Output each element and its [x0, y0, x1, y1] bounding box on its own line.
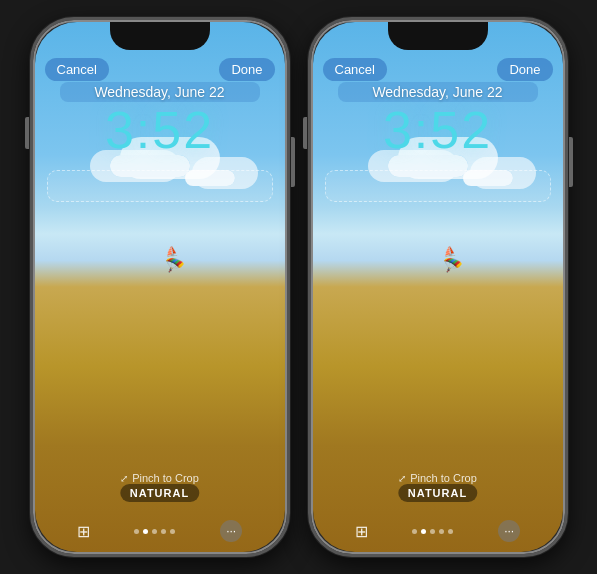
paraglider-left: 🪂	[165, 245, 185, 275]
wallpaper-right: 🪂	[313, 22, 563, 552]
lock-ui-right: Cancel Done Wednesday, June 22 3:52 ⤢ Pi…	[313, 22, 563, 552]
pinch-text-right: ⤢ Pinch to Crop	[398, 472, 477, 484]
cloud-left-1	[110, 155, 190, 177]
dot-right-5	[448, 529, 453, 534]
cloud-right-2	[463, 170, 513, 186]
bottom-bar-right: ⊞ ···	[313, 520, 563, 542]
bottom-bar-left: ⊞ ···	[35, 520, 285, 542]
more-button-right[interactable]: ···	[498, 520, 520, 542]
dot-left-2	[143, 529, 148, 534]
phone-screen-right: 🪂 Cancel Done Wednesday, June 22 3:52 ⤢ …	[313, 22, 563, 552]
dots-left	[134, 529, 175, 534]
cloud-right-1	[388, 155, 468, 177]
widget-box-left[interactable]	[47, 170, 273, 202]
dot-left-1	[134, 529, 139, 534]
wallpaper-left: 🪂	[35, 22, 285, 552]
paraglider-right: 🪂	[443, 245, 463, 275]
dot-right-2	[421, 529, 426, 534]
lock-time-right: 3:52	[383, 100, 492, 160]
dot-left-3	[152, 529, 157, 534]
lock-time-left: 3:52	[105, 100, 214, 160]
notch-right	[388, 22, 488, 50]
phone-frame-left: 🪂 Cancel Done Wednesday, June 22 3:52 ⤢ …	[30, 17, 290, 557]
dot-right-1	[412, 529, 417, 534]
done-button-right[interactable]: Done	[497, 58, 552, 81]
gallery-icon-left[interactable]: ⊞	[77, 522, 90, 541]
gallery-icon-right[interactable]: ⊞	[355, 522, 368, 541]
dot-left-5	[170, 529, 175, 534]
phone-screen-left: 🪂 Cancel Done Wednesday, June 22 3:52 ⤢ …	[35, 22, 285, 552]
more-button-left[interactable]: ···	[220, 520, 242, 542]
pinch-icon-right: ⤢	[398, 473, 406, 484]
widget-box-right[interactable]	[325, 170, 551, 202]
lock-ui-left: Cancel Done Wednesday, June 22 3:52 ⤢ Pi…	[35, 22, 285, 552]
cloud-left-2	[185, 170, 235, 186]
filter-label-left: NATURAL	[120, 484, 199, 502]
phone-right: 🪂 Cancel Done Wednesday, June 22 3:52 ⤢ …	[308, 17, 568, 557]
phone-left: 🪂 Cancel Done Wednesday, June 22 3:52 ⤢ …	[30, 17, 290, 557]
filter-label-right: NATURAL	[398, 484, 477, 502]
phone-frame-right: 🪂 Cancel Done Wednesday, June 22 3:52 ⤢ …	[308, 17, 568, 557]
dot-left-4	[161, 529, 166, 534]
pinch-text-left: ⤢ Pinch to Crop	[120, 472, 199, 484]
pinch-icon-left: ⤢	[120, 473, 128, 484]
lock-date-right: Wednesday, June 22	[338, 82, 538, 102]
lock-date-left: Wednesday, June 22	[60, 82, 260, 102]
cancel-button-right[interactable]: Cancel	[323, 58, 387, 81]
notch-left	[110, 22, 210, 50]
dots-right	[412, 529, 453, 534]
cancel-button-left[interactable]: Cancel	[45, 58, 109, 81]
done-button-left[interactable]: Done	[219, 58, 274, 81]
dot-right-4	[439, 529, 444, 534]
dot-right-3	[430, 529, 435, 534]
